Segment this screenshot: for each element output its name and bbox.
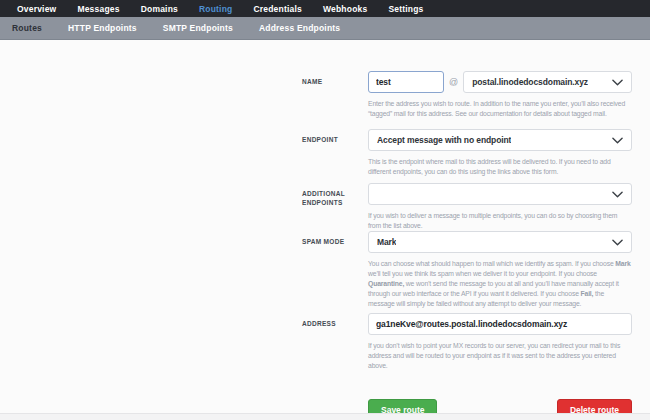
endpoint-select[interactable]: Accept message with no endpoint [368, 129, 632, 151]
spam-mode-row: SPAM MODE Mark You can choose what shoul… [302, 231, 650, 309]
endpoint-help-text: This is the endpoint where mail to this … [368, 157, 632, 177]
subnav-item-smtp-endpoints[interactable]: SMTP Endpoints [163, 23, 233, 33]
route-form: NAME @ postal.linodedocsdomain.xyz Enter… [0, 40, 650, 420]
spam-mode-label: SPAM MODE [302, 231, 368, 309]
nav-item-routing[interactable]: Routing [199, 4, 233, 14]
endpoint-select-value: Accept message with no endpoint [377, 135, 511, 145]
address-row: ADDRESS If you don’t wish to point your … [302, 313, 650, 371]
spam-mode-help-text: You can choose what should happen to mai… [368, 259, 632, 309]
domain-select[interactable]: postal.linodedocsdomain.xyz [463, 71, 632, 93]
spam-mode-select[interactable]: Mark [368, 231, 632, 253]
nav-item-settings[interactable]: Settings [388, 4, 423, 14]
nav-item-credentials[interactable]: Credentials [253, 4, 302, 14]
name-help-text: Enter the address you wish to route. In … [368, 99, 632, 119]
address-label: ADDRESS [302, 313, 368, 371]
additional-endpoints-label: ADDITIONAL ENDPOINTS [302, 183, 368, 231]
chevron-down-icon [612, 79, 623, 86]
name-row: NAME @ postal.linodedocsdomain.xyz Enter… [302, 71, 650, 119]
routing-sub-nav: Routes HTTP Endpoints SMTP Endpoints Add… [0, 17, 650, 40]
address-input[interactable] [368, 313, 632, 335]
subnav-item-http-endpoints[interactable]: HTTP Endpoints [68, 23, 137, 33]
additional-endpoints-row: ADDITIONAL ENDPOINTS If you wish to deli… [302, 183, 650, 231]
name-input[interactable] [368, 71, 444, 93]
endpoint-label: ENDPOINT [302, 129, 368, 177]
subnav-item-routes[interactable]: Routes [12, 23, 42, 33]
footer-strip [0, 413, 650, 420]
spam-mode-select-value: Mark [377, 237, 396, 247]
additional-endpoints-help-text: If you wish to deliver a message to mult… [368, 211, 632, 231]
at-symbol: @ [449, 77, 458, 87]
additional-endpoints-select[interactable] [368, 183, 632, 205]
main-nav: Overview Messages Domains Routing Creden… [0, 0, 650, 17]
subnav-item-address-endpoints[interactable]: Address Endpoints [259, 23, 340, 33]
nav-item-domains[interactable]: Domains [141, 4, 178, 14]
domain-select-value: postal.linodedocsdomain.xyz [472, 77, 588, 87]
chevron-down-icon [612, 239, 623, 246]
chevron-down-icon [612, 137, 623, 144]
endpoint-row: ENDPOINT Accept message with no endpoint… [302, 129, 650, 177]
address-help-text: If you don’t wish to point your MX recor… [368, 341, 632, 371]
name-label: NAME [302, 71, 368, 119]
nav-item-overview[interactable]: Overview [17, 4, 56, 14]
nav-item-webhooks[interactable]: Webhooks [323, 4, 367, 14]
nav-item-messages[interactable]: Messages [77, 4, 119, 14]
chevron-down-icon [612, 191, 623, 198]
